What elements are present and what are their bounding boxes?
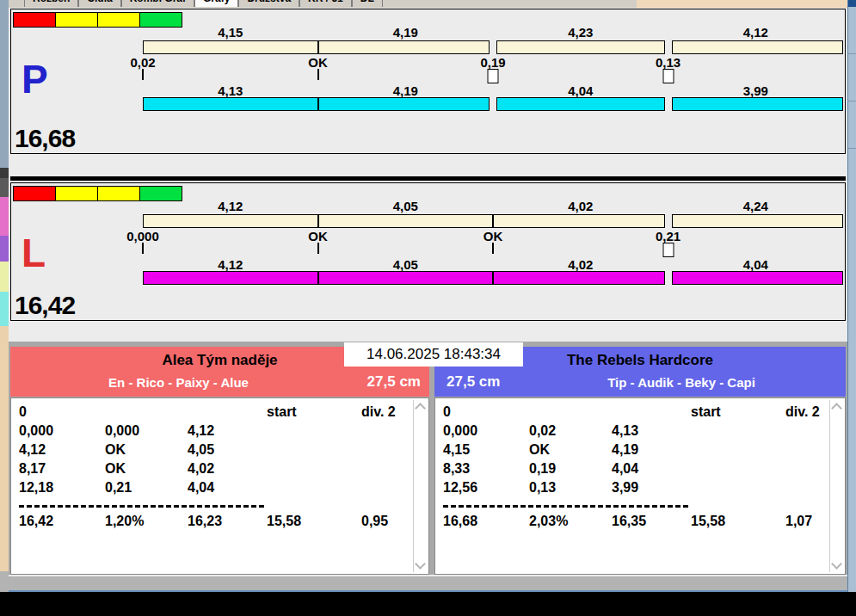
tab-bar-spacer bbox=[637, 0, 847, 8]
tab-grafy[interactable]: Grafy bbox=[194, 0, 238, 7]
table-row: 4,12OK4,05 bbox=[19, 440, 410, 459]
lane-divider bbox=[10, 176, 846, 181]
scrollbar-vertical[interactable] bbox=[413, 400, 427, 572]
segment-value: 4,05 bbox=[393, 257, 418, 272]
timestamp: 14.06.2025 18:43:34 bbox=[344, 342, 523, 367]
col-header: 0 bbox=[443, 403, 529, 422]
deviation-checkbox[interactable] bbox=[488, 69, 499, 83]
tick-label: 0,02 bbox=[130, 55, 155, 70]
table-row: 4,15OK4,19 bbox=[443, 440, 826, 459]
segment-value: 4,19 bbox=[393, 83, 418, 98]
segment-value: 4,05 bbox=[393, 199, 418, 213]
indicator-yellow bbox=[55, 186, 98, 201]
lane-bottom-bar bbox=[143, 271, 843, 285]
lane-panel-l: L 4,12 4,05 4,02 4,24 0,000 OK OK 0,21 bbox=[10, 182, 846, 321]
scroll-down-icon[interactable] bbox=[415, 558, 426, 570]
col-header: div. 2 bbox=[361, 403, 410, 422]
totals-separator bbox=[19, 505, 264, 508]
tick-mark bbox=[317, 243, 319, 254]
teams-section: Alea Tým naděje En - Rico - Paixy - Alue… bbox=[9, 342, 847, 575]
team-table-left: 0 start div. 2 0,0000,0004,12 4,12OK4,05… bbox=[10, 397, 429, 575]
distance-value: 27,5 cm bbox=[347, 373, 429, 391]
deviation-checkbox[interactable] bbox=[662, 243, 674, 257]
segment-value: 4,12 bbox=[218, 199, 243, 213]
lane-total: 16,42 bbox=[15, 291, 75, 320]
lane-top-values: 4,12 4,05 4,02 4,24 bbox=[143, 199, 843, 213]
segment-value: 4,12 bbox=[743, 25, 768, 40]
lane-tick-marks bbox=[143, 69, 843, 83]
scroll-up-icon[interactable] bbox=[831, 403, 842, 414]
totals-row: 16,421,20%16,2315,580,95 bbox=[19, 512, 410, 531]
indicator-yellow bbox=[97, 186, 140, 201]
lane-letter: P bbox=[22, 59, 48, 99]
tick-label: OK bbox=[308, 55, 328, 70]
segment-value: 4,13 bbox=[218, 83, 243, 98]
totals-separator bbox=[443, 505, 688, 508]
segment-value: 4,24 bbox=[743, 199, 768, 213]
lane-top-bar bbox=[143, 40, 843, 54]
scroll-up-icon[interactable] bbox=[415, 403, 426, 414]
lane-letter: L bbox=[22, 233, 46, 273]
tick-label: 0,19 bbox=[480, 55, 505, 70]
lane-bottom-values: 4,13 4,19 4,04 3,99 bbox=[143, 83, 843, 97]
indicator-yellow bbox=[97, 12, 140, 28]
tab-druzstva[interactable]: Družstva bbox=[238, 0, 299, 7]
lane-bottom-values: 4,12 4,05 4,02 4,04 bbox=[143, 257, 843, 271]
col-header: div. 2 bbox=[785, 403, 826, 422]
segment-value: 4,04 bbox=[568, 83, 593, 98]
tab-cidla[interactable]: Cidla bbox=[78, 0, 120, 7]
scrollbar-vertical[interactable] bbox=[829, 400, 843, 572]
tick-mark bbox=[317, 69, 319, 80]
background-window-right-edge bbox=[847, 0, 856, 592]
lane-bottom-bar bbox=[143, 97, 843, 111]
lane-tick-marks bbox=[143, 243, 843, 257]
lane-total: 16,68 bbox=[15, 124, 75, 153]
lane-panel-p: P 4,15 4,19 4,23 4,12 0,02 OK 0,19 0,13 bbox=[10, 9, 846, 154]
tick-label: OK bbox=[483, 229, 503, 243]
distance-value: 27,5 cm bbox=[434, 373, 517, 391]
col-header: 0 bbox=[19, 403, 105, 422]
main-panel: Rozbeh Cidla Kombi Graf Grafy Družstva K… bbox=[9, 0, 847, 592]
tick-mark bbox=[142, 69, 144, 80]
lane-top-values: 4,15 4,19 4,23 4,12 bbox=[143, 25, 843, 39]
tab-kr-51[interactable]: KR / 51 bbox=[299, 0, 352, 7]
totals-row: 16,682,03%16,3515,581,07 bbox=[443, 512, 826, 531]
segment-value: 4,23 bbox=[568, 25, 593, 40]
background-window-left-edge bbox=[0, 0, 9, 592]
scroll-down-icon[interactable] bbox=[831, 558, 842, 570]
col-header: start bbox=[691, 403, 785, 422]
tick-mark bbox=[492, 243, 494, 254]
tick-mark bbox=[142, 243, 144, 254]
app-window: Rozbeh Cidla Kombi Graf Grafy Družstva K… bbox=[0, 0, 856, 616]
indicator-red bbox=[13, 12, 56, 28]
tab-dl[interactable]: DL bbox=[352, 0, 383, 7]
table-row: 12,180,214,04 bbox=[19, 478, 410, 497]
tick-label: OK bbox=[308, 229, 328, 243]
col-header: start bbox=[267, 403, 361, 422]
team-players: En - Rico - Paixy - Alue bbox=[10, 375, 347, 390]
segment-value: 4,12 bbox=[218, 257, 243, 272]
lane-top-bar bbox=[143, 214, 843, 228]
segment-value: 3,99 bbox=[743, 83, 768, 98]
table-row: 8,17OK4,02 bbox=[19, 459, 410, 478]
lane-tick-labels: 0,02 OK 0,19 0,13 bbox=[143, 55, 843, 68]
tick-label: 0,000 bbox=[126, 229, 159, 243]
table-row: 0,0000,024,13 bbox=[443, 422, 826, 440]
table-row: 8,330,194,04 bbox=[443, 459, 826, 478]
deviation-checkbox[interactable] bbox=[662, 69, 674, 83]
indicator-yellow bbox=[55, 12, 98, 28]
segment-value: 4,15 bbox=[218, 25, 243, 40]
table-row: 0,0000,0004,12 bbox=[19, 422, 410, 440]
tab-bar: Rozbeh Cidla Kombi Graf Grafy Družstva K… bbox=[9, 0, 637, 8]
segment-value: 4,19 bbox=[393, 25, 418, 40]
status-bar bbox=[9, 576, 847, 592]
segment-value: 4,02 bbox=[568, 257, 593, 272]
tab-rozbeh[interactable]: Rozbeh bbox=[24, 0, 78, 7]
tick-label: 0,21 bbox=[656, 229, 680, 243]
table-header-row: 0 start div. 2 bbox=[443, 403, 826, 422]
tick-label: 0,13 bbox=[656, 55, 680, 70]
tab-kombi-graf[interactable]: Kombi Graf bbox=[121, 0, 194, 7]
team-table-right: 0 start div. 2 0,0000,024,13 4,15OK4,19 … bbox=[434, 397, 846, 575]
table-row: 12,560,133,99 bbox=[443, 478, 826, 497]
indicator-red bbox=[13, 186, 56, 201]
